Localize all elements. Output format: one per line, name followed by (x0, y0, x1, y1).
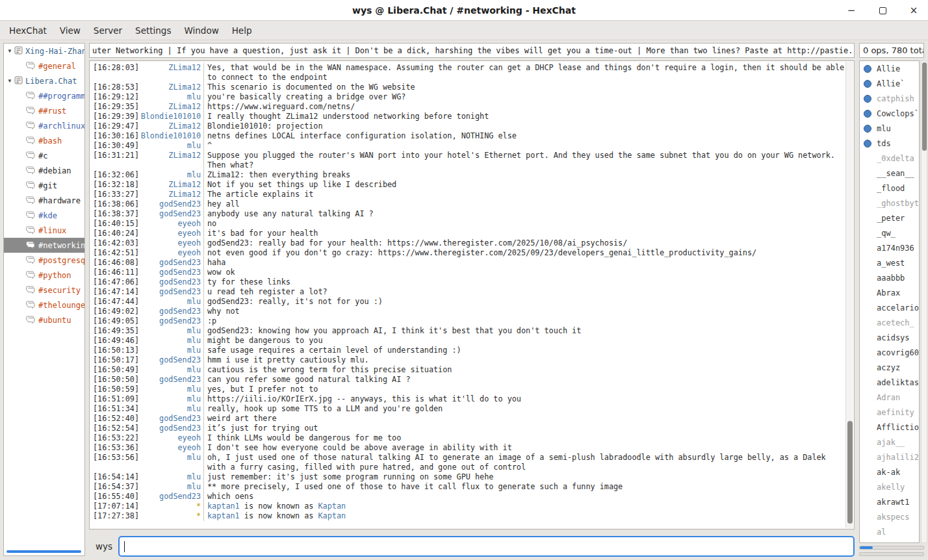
user--flood[interactable]: _flood (860, 181, 919, 196)
user-akrawt1[interactable]: akrawt1 (860, 494, 919, 509)
topic-input[interactable] (90, 44, 854, 58)
tree-item-label: #networking (38, 241, 85, 250)
message-segment: weird art there (207, 414, 277, 423)
menu-hexchat[interactable]: HexChat (3, 22, 53, 39)
tree-item-label: #thelounge (38, 301, 85, 310)
user--ghostbyt[interactable]: _ghostbyt (860, 196, 919, 210)
chat-message: [16:49:05]godSend23:p (90, 316, 854, 326)
message-segment: it's bad for your health (207, 229, 318, 238)
user-adran[interactable]: Adran (860, 390, 919, 405)
message-text: oh, I just used one of those natural tal… (203, 453, 854, 472)
channel--linux[interactable]: #linux (4, 223, 84, 238)
user-adeliktas[interactable]: adeliktas (860, 375, 919, 390)
message-segment: yes, but I prefer not to (207, 385, 318, 394)
channel--debian[interactable]: #debian (4, 163, 84, 178)
user-aczyz[interactable]: aczyz (860, 360, 919, 375)
user--peter[interactable]: _peter (860, 210, 919, 225)
user-afflictio[interactable]: Afflictio (860, 420, 919, 435)
expander-icon[interactable]: ▼ (5, 48, 14, 54)
channel-icon (26, 121, 36, 131)
user-ak-ak[interactable]: ak-ak (860, 465, 919, 479)
channel-icon (26, 181, 36, 191)
menu-window[interactable]: Window (177, 22, 225, 39)
user-acidsys[interactable]: acidsys (860, 330, 919, 345)
message-text: u read teh register a lot? (203, 287, 854, 297)
channel--rust[interactable]: ##rust (4, 103, 84, 118)
user-nick-label: acovrig60 (877, 348, 919, 357)
channel--networking[interactable]: #networking (4, 238, 84, 253)
channel-icon (26, 300, 36, 311)
menu-settings[interactable]: Settings (129, 22, 177, 39)
user-catphish[interactable]: catphish (860, 91, 919, 106)
close-icon[interactable]: × (909, 5, 919, 16)
user-a-west[interactable]: a_west (860, 255, 919, 270)
message-segment: I don't see how everyone could be above … (207, 443, 512, 452)
message-nick: ZLima12 (140, 121, 203, 131)
chat-message: [16:32:06]mluZLima12: then everything br… (90, 170, 854, 180)
userlist-scrollbar-thumb[interactable] (922, 62, 927, 151)
message-segment: haha (207, 258, 226, 267)
window-title: wys @ Libera.Chat / #networking - HexCha… (0, 5, 928, 16)
user-acovrig60[interactable]: acovrig60 (860, 345, 919, 360)
channel--bash[interactable]: #bash (4, 133, 84, 148)
maximize-icon[interactable] (877, 5, 888, 16)
channel--c[interactable]: #c (4, 148, 84, 163)
user--qw-[interactable]: _qw_ (860, 225, 919, 240)
user-nick-label: a174n936 (877, 244, 914, 253)
channel--postgresql[interactable]: #postgresql (4, 253, 84, 268)
user-list: AllieAllie`catphishCowclops`mlutds_0xdel… (859, 60, 920, 543)
server-xing-hai-zhan[interactable]: ▼Xing-Hai-Zhan (4, 44, 84, 58)
channel--thelounge[interactable]: #thelounge (4, 298, 84, 312)
message-nick: mlu (140, 336, 203, 346)
channel--hardware[interactable]: #hardware (4, 193, 84, 208)
user-akspecs[interactable]: akspecs (860, 509, 919, 524)
op-dot-icon (864, 95, 871, 103)
op-dot-icon (864, 110, 871, 118)
user-akelly[interactable]: akelly (860, 479, 919, 494)
user-abrax[interactable]: Abrax (860, 285, 919, 300)
tree-item-label: #archlinux (38, 121, 85, 131)
user-allie[interactable]: Allie (860, 61, 919, 76)
channel--general[interactable]: #general (4, 58, 84, 73)
channel-icon (26, 255, 36, 266)
channel--git[interactable]: #git (4, 178, 84, 193)
user--sean-[interactable]: __sean__ (860, 166, 919, 181)
message-nick: godSend23 (140, 199, 203, 209)
menu-server[interactable]: Server (87, 22, 129, 39)
expander-icon[interactable]: ▼ (5, 78, 14, 84)
chat-scrollbar[interactable] (845, 62, 853, 528)
channel--ubuntu[interactable]: #ubuntu (4, 312, 84, 327)
user-nick-label: _peter (877, 214, 905, 223)
user-aefinity[interactable]: aefinity (860, 405, 919, 420)
channel--kde[interactable]: #kde (4, 208, 84, 223)
chat-scrollbar-thumb[interactable] (847, 421, 853, 524)
message-segment: which oens (207, 492, 253, 501)
user-ajhalili2[interactable]: ajhalili2 (860, 450, 919, 465)
user-aaabbb[interactable]: aaabbb (860, 270, 919, 285)
channel--archlinux[interactable]: #archlinux (4, 118, 84, 133)
message-input[interactable] (125, 537, 853, 555)
message-input-wrap[interactable] (118, 536, 855, 557)
tree-horizontal-scrollbar[interactable] (6, 550, 81, 553)
channel--programming[interactable]: ##programming (4, 88, 84, 103)
user-a174n936[interactable]: a174n936 (860, 240, 919, 255)
user-cowclops-[interactable]: Cowclops` (860, 106, 919, 121)
menu-view[interactable]: View (53, 22, 87, 39)
channel--python[interactable]: #python (4, 268, 84, 283)
user-allie-[interactable]: Allie` (860, 76, 919, 91)
user-acetech-[interactable]: acetech_ (860, 315, 919, 330)
user--0xdelta[interactable]: _0xdelta (860, 151, 919, 166)
channel--security[interactable]: #security (4, 283, 84, 298)
user-tds[interactable]: tds (860, 136, 919, 151)
user-accelario[interactable]: accelario (860, 300, 919, 315)
server-libera-chat[interactable]: ▼Libera.Chat (4, 73, 84, 88)
menu-help[interactable]: Help (226, 22, 259, 39)
message-text: why not (203, 307, 854, 316)
user-nick-label: Afflictio (877, 423, 919, 432)
user-nick-label: _ghostbyt (877, 199, 919, 208)
user-ajak-[interactable]: ajak__ (860, 435, 919, 450)
user-al[interactable]: al (860, 524, 919, 539)
user-mlu[interactable]: mlu (860, 121, 919, 136)
chat-message: [16:52:40]godSend23weird art there (90, 414, 854, 424)
minimize-icon[interactable]: − (846, 5, 857, 16)
